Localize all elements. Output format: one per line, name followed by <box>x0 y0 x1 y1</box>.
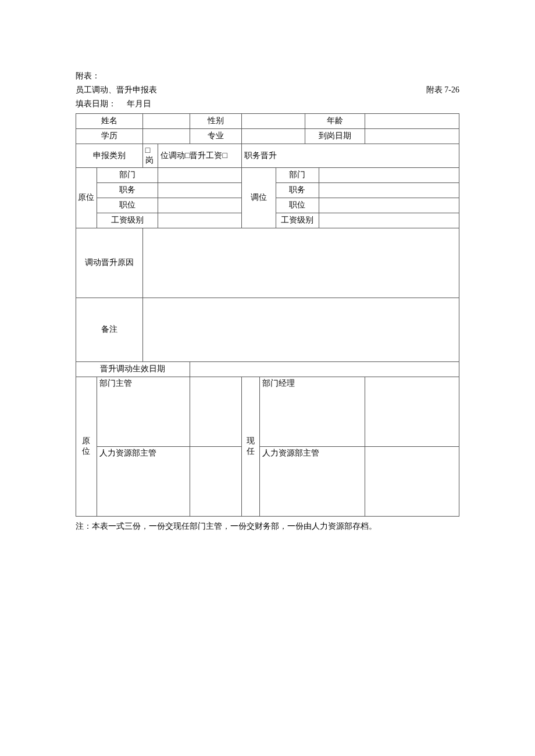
age-label: 年龄 <box>305 113 365 128</box>
fill-date-format: 年月日 <box>127 99 151 108</box>
current-group-label: 调位 <box>242 167 276 228</box>
checkbox-salary[interactable]: 位调动□晋升工资□ <box>158 144 242 167</box>
footer-note: 注：本表一式三份，一份交现任部门主管，一份交财务部，一份由人力资源部存档。 <box>76 520 459 533</box>
age-value[interactable] <box>365 113 459 128</box>
sig-orig-hr-head-label: 人力资源部主管 <box>97 446 190 516</box>
sig-new-hr-head-label: 人力资源部主管 <box>259 446 365 516</box>
orig-post-value[interactable] <box>158 182 242 198</box>
education-label: 学历 <box>76 128 143 144</box>
effective-date-value[interactable] <box>190 361 459 377</box>
apply-type-label: 申报类别 <box>76 144 143 167</box>
reason-label: 调动晋升原因 <box>76 228 143 298</box>
major-label: 专业 <box>190 128 242 144</box>
orig-position-label: 职位 <box>97 198 158 213</box>
arrival-date-value[interactable] <box>365 128 459 144</box>
sig-new-group-label: 现任 <box>242 377 259 516</box>
application-form-table: 姓名 性别 年龄 学历 专业 到岗日期 申报类别 □岗 位调动□晋升工资□ 职务… <box>76 113 459 517</box>
sig-orig-dept-head-label: 部门主管 <box>97 377 190 446</box>
orig-dept-value[interactable] <box>158 167 242 182</box>
curr-position-value[interactable] <box>319 198 459 213</box>
orig-salary-label: 工资级别 <box>97 213 158 228</box>
orig-dept-label: 部门 <box>97 167 158 182</box>
arrival-date-label: 到岗日期 <box>305 128 365 144</box>
remark-label: 备注 <box>76 298 143 361</box>
gender-value[interactable] <box>242 113 305 128</box>
orig-position-value[interactable] <box>158 198 242 213</box>
sig-new-dept-mgr-value[interactable] <box>365 377 459 446</box>
orig-post-label: 职务 <box>97 182 158 198</box>
curr-post-label: 职务 <box>276 182 319 198</box>
curr-position-label: 职位 <box>276 198 319 213</box>
curr-salary-label: 工资级别 <box>276 213 319 228</box>
attachment-label: 附表： <box>76 70 459 83</box>
education-value[interactable] <box>142 128 190 144</box>
fill-date-label: 填表日期： <box>76 99 116 108</box>
curr-salary-value[interactable] <box>319 213 459 228</box>
curr-post-value[interactable] <box>319 182 459 198</box>
original-group-label: 原位 <box>76 167 97 228</box>
sig-new-hr-head-value[interactable] <box>365 446 459 516</box>
form-title: 员工调动、晋升申报表 <box>76 85 374 95</box>
reason-value[interactable] <box>142 228 459 298</box>
sig-orig-group-label: 原位 <box>76 377 97 516</box>
sig-orig-hr-head-value[interactable] <box>190 446 242 516</box>
table-number: 附表 7-26 <box>374 85 459 95</box>
name-value[interactable] <box>142 113 190 128</box>
name-label: 姓名 <box>76 113 143 128</box>
sig-new-dept-mgr-label: 部门经理 <box>259 377 365 446</box>
remark-value[interactable] <box>142 298 459 361</box>
checkbox-transfer[interactable]: □岗 <box>142 144 158 167</box>
curr-dept-value[interactable] <box>319 167 459 182</box>
sig-orig-dept-head-value[interactable] <box>190 377 242 446</box>
gender-label: 性别 <box>190 113 242 128</box>
effective-date-label: 晋升调动生效日期 <box>76 361 190 377</box>
orig-salary-value[interactable] <box>158 213 242 228</box>
curr-dept-label: 部门 <box>276 167 319 182</box>
checkbox-promotion[interactable]: 职务晋升 <box>242 144 459 167</box>
major-value[interactable] <box>242 128 305 144</box>
